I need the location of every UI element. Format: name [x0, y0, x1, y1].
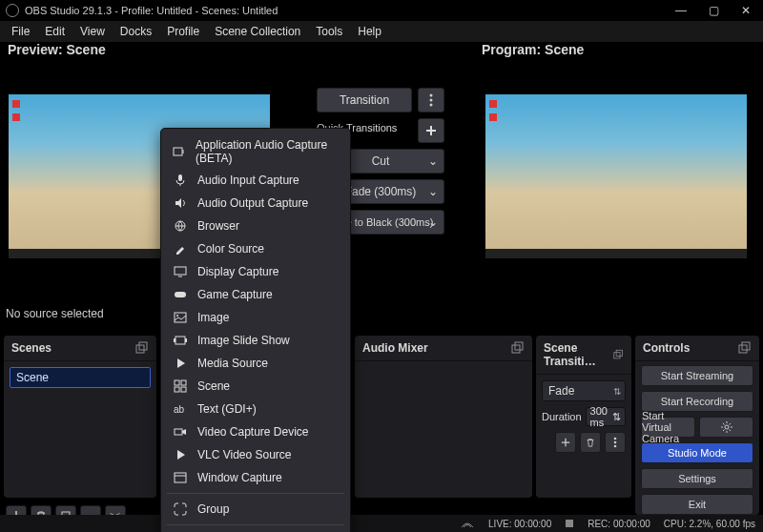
titlebar: OBS Studio 29.1.3 - Profile: Untitled - … — [0, 0, 763, 21]
start-virtual-camera-button[interactable]: Start Virtual Camera — [641, 417, 695, 438]
start-recording-button[interactable]: Start Recording — [641, 391, 753, 412]
scene-item[interactable]: Scene — [10, 367, 151, 388]
ctx-scene[interactable]: Scene — [161, 375, 350, 398]
studio-mode-button[interactable]: Studio Mode — [641, 442, 753, 463]
window-icon — [173, 470, 188, 485]
menu-tools[interactable]: Tools — [308, 23, 350, 40]
svg-rect-37 — [175, 473, 186, 482]
svg-rect-33 — [175, 387, 179, 392]
undock-icon[interactable] — [135, 341, 149, 355]
ctx-audio-output[interactable]: Audio Output Capture — [161, 192, 350, 215]
globe-icon — [173, 218, 188, 234]
ctx-group[interactable]: Group — [161, 498, 350, 521]
ctx-display-capture[interactable]: Display Capture — [161, 260, 350, 283]
start-streaming-button[interactable]: Start Streaming — [641, 365, 753, 386]
svg-rect-13 — [616, 350, 622, 356]
ctx-image-slideshow[interactable]: Image Slide Show — [161, 329, 350, 352]
close-button[interactable]: ✕ — [738, 4, 753, 17]
status-live: LIVE: 00:00:00 — [488, 519, 551, 529]
ctx-vlc-source[interactable]: VLC Video Source — [161, 443, 350, 466]
chevron-down-icon: ⌄ — [428, 154, 438, 168]
svg-point-14 — [614, 438, 617, 440]
svg-rect-4 — [139, 342, 147, 350]
ctx-window-capture[interactable]: Window Capture — [161, 466, 350, 489]
minimize-button[interactable]: — — [673, 4, 689, 17]
program-label: Program: Scene — [482, 42, 584, 57]
menu-edit[interactable]: Edit — [37, 23, 72, 40]
ctx-image[interactable]: Image — [161, 306, 350, 329]
statusbar: LIVE: 00:00:00 REC: 00:00:00 CPU: 2.2%, … — [0, 515, 763, 532]
transition-options-button[interactable] — [605, 432, 626, 453]
updown-icon: ⇅ — [613, 386, 621, 397]
duration-input[interactable]: 300 ms⇅ — [586, 407, 626, 426]
svg-rect-21 — [174, 148, 182, 155]
plus-icon — [425, 125, 437, 136]
group-icon — [173, 501, 188, 517]
controls-header: Controls — [643, 341, 690, 355]
menu-profile[interactable]: Profile — [159, 23, 207, 40]
svg-rect-32 — [181, 380, 186, 385]
svg-rect-36 — [175, 429, 182, 435]
duration-label: Duration — [542, 411, 582, 422]
desktop-icon — [12, 100, 20, 108]
menu-view[interactable]: View — [72, 23, 113, 40]
audio-mixer-panel: Audio Mixer — [355, 336, 532, 498]
settings-button[interactable]: Settings — [641, 468, 753, 489]
menu-help[interactable]: Help — [350, 23, 389, 40]
svg-point-15 — [614, 441, 617, 444]
brush-icon — [173, 241, 188, 256]
app-audio-icon — [173, 144, 186, 159]
window-title: OBS Studio 29.1.3 - Profile: Untitled - … — [25, 5, 673, 16]
kebab-icon — [429, 93, 433, 107]
remove-transition-button[interactable] — [580, 432, 601, 453]
ctx-app-audio-capture[interactable]: Application Audio Capture (BETA) — [161, 134, 350, 169]
ctx-game-capture[interactable]: Game Capture — [161, 283, 350, 306]
menu-scene-collection[interactable]: Scene Collection — [207, 23, 308, 40]
transition-select[interactable]: Fade⇅ — [542, 380, 626, 401]
svg-rect-3 — [136, 345, 144, 353]
scene-icon — [173, 379, 188, 394]
menu-docks[interactable]: Docks — [113, 23, 159, 40]
svg-rect-17 — [739, 345, 747, 353]
text-icon: ab — [173, 401, 188, 417]
svg-point-16 — [614, 445, 617, 448]
svg-rect-30 — [185, 338, 187, 342]
virtual-camera-settings-button[interactable] — [699, 417, 753, 438]
add-transition-button[interactable] — [555, 432, 576, 453]
menu-file[interactable]: File — [4, 23, 37, 40]
program-canvas[interactable] — [485, 93, 748, 259]
trash-icon — [586, 438, 595, 447]
menubar: File Edit View Docks Profile Scene Colle… — [0, 21, 763, 42]
undock-icon[interactable] — [738, 341, 752, 355]
transition-button[interactable]: Transition — [317, 88, 412, 113]
svg-rect-12 — [614, 353, 620, 358]
undock-icon[interactable] — [613, 348, 624, 361]
ctx-browser[interactable]: Browser — [161, 215, 350, 237]
svg-rect-20 — [566, 520, 573, 527]
status-rec: REC: 00:00:00 — [588, 519, 650, 529]
scene-transitions-panel: Scene Transiti… Fade⇅ Duration 300 ms⇅ — [536, 336, 631, 498]
stop-icon — [565, 519, 574, 528]
add-quick-transition-button[interactable] — [418, 118, 444, 143]
menu-separator — [167, 524, 344, 525]
ctx-audio-input[interactable]: Audio Input Capture — [161, 169, 350, 192]
scenes-panel: Scenes Scene — [4, 336, 156, 498]
svg-rect-29 — [174, 338, 175, 342]
transition-menu-button[interactable] — [418, 88, 444, 113]
desktop-icon — [489, 100, 497, 108]
svg-point-0 — [430, 94, 433, 97]
ctx-media-source[interactable]: Media Source — [161, 352, 350, 375]
svg-rect-22 — [178, 174, 182, 181]
chevron-down-icon: ⌄ — [428, 185, 438, 198]
ctx-color-source[interactable]: Color Source — [161, 237, 350, 260]
svg-point-1 — [430, 99, 433, 102]
gamepad-icon — [173, 287, 188, 302]
desktop-icon — [12, 113, 20, 121]
exit-button[interactable]: Exit — [641, 494, 753, 515]
svg-point-19 — [725, 425, 729, 429]
ctx-text-gdi[interactable]: abText (GDI+) — [161, 398, 350, 420]
updown-icon: ⇅ — [612, 411, 621, 423]
ctx-video-capture[interactable]: Video Capture Device — [161, 420, 350, 443]
maximize-button[interactable]: ▢ — [706, 4, 721, 17]
undock-icon[interactable] — [511, 341, 525, 355]
